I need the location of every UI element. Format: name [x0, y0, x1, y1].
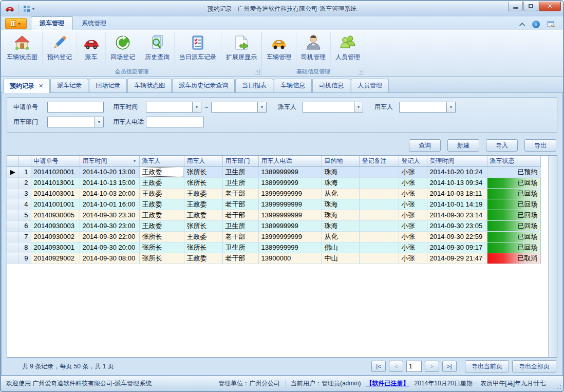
cell-destination[interactable]: 从化 — [322, 231, 359, 242]
cell-remark[interactable] — [359, 199, 399, 210]
cell-registrar[interactable]: 小张 — [399, 199, 427, 210]
column-header-phone[interactable]: 用车人电话 — [258, 156, 322, 166]
cell-destination[interactable]: 中山 — [322, 253, 359, 264]
chevron-down-icon[interactable] — [354, 102, 363, 113]
row-number[interactable]: 3 — [18, 188, 31, 199]
column-header-remark[interactable]: 登记备注 — [359, 156, 399, 166]
history-search-button[interactable]: 历史查询 — [140, 32, 175, 67]
cell-dept[interactable]: 老干部 — [222, 253, 258, 264]
column-header-accept_time[interactable]: 受理时间 — [427, 156, 487, 166]
row-indicator[interactable] — [7, 188, 18, 199]
row-number[interactable]: 6 — [18, 220, 31, 231]
cell-status[interactable]: 已回场 — [487, 220, 540, 231]
use-time-from-combo[interactable] — [146, 102, 201, 113]
doc-tab-1[interactable]: 派车记录 — [50, 79, 88, 92]
return-register-button[interactable]: 回场登记 — [106, 32, 140, 67]
cell-order_no[interactable]: 20140930002 — [31, 231, 80, 242]
column-header-destination[interactable]: 目的地 — [322, 156, 359, 166]
cell-dept[interactable]: 卫生所 — [222, 242, 258, 253]
phone-input[interactable] — [146, 117, 204, 127]
cell-destination[interactable]: 珠海 — [322, 177, 359, 188]
cell-phone[interactable]: 13999999999 — [258, 199, 322, 210]
row-indicator[interactable]: ▶ — [7, 166, 18, 177]
cell-user[interactable]: 王政委 — [184, 188, 222, 199]
cell-status[interactable]: 已回场 — [487, 177, 540, 188]
cell-user[interactable]: 王政委 — [184, 210, 222, 220]
export-button[interactable]: 导出 — [524, 139, 556, 152]
cell-dispatcher[interactable]: 张所长 — [139, 253, 184, 264]
row-indicator[interactable] — [7, 231, 18, 242]
cell-use_time[interactable]: 2014-10-13 15:00 — [80, 177, 139, 188]
cell-use_time[interactable]: 2014-09-30 08:00 — [80, 253, 139, 264]
cell-user[interactable]: 张所长 — [184, 166, 222, 177]
row-indicator[interactable] — [7, 199, 18, 210]
use-time-to-combo[interactable] — [211, 102, 267, 113]
close-tab-icon[interactable]: ✕ — [39, 83, 43, 89]
cell-dispatcher[interactable]: 王政委 — [139, 210, 184, 220]
people-manage-button[interactable]: 人员管理 — [331, 32, 365, 67]
cell-dispatcher[interactable]: 王政委 — [139, 166, 184, 177]
ribbon-tab-system[interactable]: 系统管理 — [73, 16, 115, 30]
about-icon[interactable] — [547, 21, 556, 28]
cell-phone[interactable]: 1389999999 — [258, 220, 322, 231]
row-number[interactable]: 1 — [18, 166, 31, 177]
cell-phone[interactable]: 1389999999 — [258, 242, 322, 253]
app-menu-button[interactable]: ▼ — [5, 18, 27, 29]
cell-registrar[interactable]: 小张 — [399, 166, 427, 177]
dept-combo[interactable] — [47, 117, 104, 127]
cell-remark[interactable] — [359, 166, 399, 177]
cell-remark[interactable] — [359, 177, 399, 188]
cell-user[interactable]: 王政委 — [184, 231, 222, 242]
cell-accept_time[interactable]: 2014-10-03 18:11 — [427, 188, 487, 199]
cell-phone[interactable]: 13999999999 — [258, 210, 322, 220]
cell-order_no[interactable]: 20141020001 — [31, 166, 80, 177]
cell-order_no[interactable]: 20140929002 — [31, 253, 80, 264]
today-dispatch-button[interactable]: 当日派车记录 — [175, 32, 221, 67]
export-all-pages-button[interactable]: 导出全部页 — [512, 360, 556, 372]
cell-registrar[interactable]: 小张 — [399, 177, 427, 188]
cell-use_time[interactable]: 2014-10-20 13:00 — [80, 166, 139, 177]
cell-registrar[interactable]: 小张 — [399, 220, 427, 231]
cell-status[interactable]: 已回场 — [487, 231, 540, 242]
cell-registrar[interactable]: 小张 — [399, 210, 427, 220]
cell-user[interactable]: 张所长 — [184, 220, 222, 231]
cell-accept_time[interactable]: 2014-10-01 14:19 — [427, 199, 487, 210]
cell-remark[interactable] — [359, 253, 399, 264]
doc-tab-6[interactable]: 车辆信息 — [274, 79, 312, 92]
cell-dispatcher[interactable]: 王政委 — [139, 177, 184, 188]
minimize-button[interactable] — [508, 2, 523, 11]
cell-dept[interactable]: 卫生所 — [222, 220, 258, 231]
cell-registrar[interactable]: 小张 — [399, 242, 427, 253]
row-number[interactable]: 4 — [18, 199, 31, 210]
cell-use_time[interactable]: 2014-09-30 20:00 — [80, 242, 139, 253]
column-header-dept[interactable]: 用车部门 — [222, 156, 258, 166]
group-dialog-launcher-icon[interactable]: ↘ — [358, 69, 363, 74]
vertical-scrollbar[interactable] — [548, 156, 557, 357]
dispatcher-input[interactable] — [303, 102, 354, 113]
doc-tab-8[interactable]: 人员管理 — [351, 79, 389, 92]
chevron-down-icon[interactable] — [192, 102, 201, 113]
cell-order_no[interactable]: 20141003001 — [31, 188, 80, 199]
column-header-user[interactable]: 用车人 — [184, 156, 222, 166]
use-time-from-input[interactable] — [146, 102, 192, 113]
cell-phone[interactable]: 13900000 — [258, 253, 322, 264]
cell-dispatcher[interactable]: 张所长 — [139, 242, 184, 253]
cell-dept[interactable]: 卫生所 — [222, 177, 258, 188]
cell-destination[interactable]: 珠海 — [322, 220, 359, 231]
page-number-input[interactable] — [406, 361, 422, 372]
cell-accept_time[interactable]: 2014-09-30 23:14 — [427, 210, 487, 220]
cell-order_no[interactable]: 20141013001 — [31, 177, 80, 188]
cell-user[interactable]: 张所长 — [184, 177, 222, 188]
column-header-registrar[interactable]: 登记人 — [399, 156, 427, 166]
first-page-button[interactable]: |< — [371, 361, 386, 372]
quick-access-toolbar[interactable]: ▼ — [18, 4, 35, 13]
cell-dispatcher[interactable]: 王政委 — [139, 199, 184, 210]
cell-dept[interactable]: 老干部 — [222, 231, 258, 242]
cell-registrar[interactable]: 小张 — [399, 231, 427, 242]
cell-status[interactable]: 已回场 — [487, 199, 540, 210]
cell-order_no[interactable]: 20140930001 — [31, 242, 80, 253]
ribbon-tab-dispatch[interactable]: 派车管理 — [31, 16, 73, 30]
cell-order_no[interactable]: 20141001001 — [31, 199, 80, 210]
doc-tab-0[interactable]: 预约记录✕ — [3, 79, 50, 93]
vehicle-status-map-button[interactable]: 车辆状态图 — [2, 32, 43, 67]
